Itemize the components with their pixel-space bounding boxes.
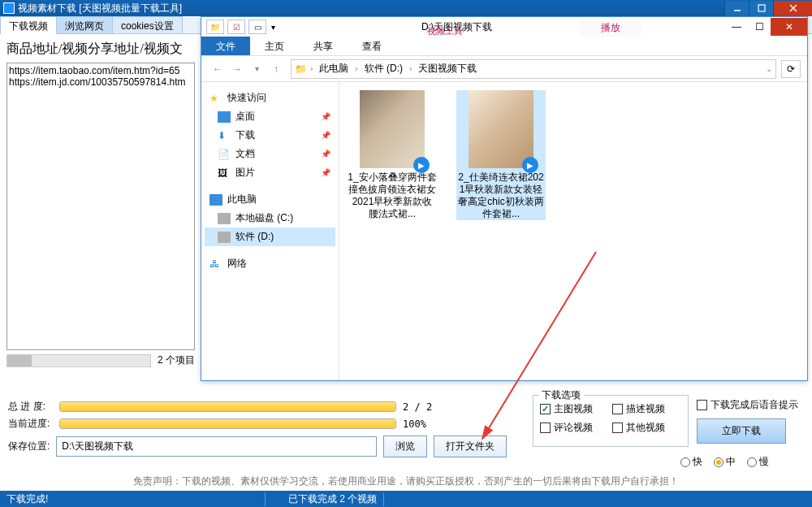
ribbon-play-context[interactable]: 播放 — [580, 20, 641, 37]
explorer-window: 📁 ☑ ▭ ▾ D:\天图视频下载 — ☐ ✕ 文件 主页 共享 查看 视频工具… — [201, 16, 808, 381]
browse-button[interactable]: 浏览 — [383, 436, 427, 457]
file-item[interactable]: ▶ 1_安小落叠穿两件套撞色披肩领连衣裙女2021早秋季新款收腰法式裙... — [348, 90, 437, 220]
file-item[interactable]: ▶ 2_仕美绮连衣裙2021早秋装新款女装轻奢高定chic初秋装两件套裙... — [456, 90, 546, 220]
qat-new-icon[interactable]: ▭ — [248, 20, 266, 34]
play-badge-icon: ▶ — [522, 157, 538, 173]
save-location-label: 保存位置: — [8, 440, 50, 453]
checkbox-voice-prompt[interactable]: 下载完成后语音提示 — [697, 398, 798, 412]
ribbon-tabs: 文件 主页 共享 查看 视频工具 — [201, 37, 807, 56]
crumb-pc[interactable]: 此电脑 — [316, 62, 352, 76]
checkbox-icon — [612, 422, 623, 433]
status-done: 下载完成! — [0, 492, 266, 506]
tab-download[interactable]: 下载视频 — [0, 16, 57, 34]
window-title: 视频素材下载 [天图视频批量下载工具] — [18, 2, 182, 15]
video-thumbnail: ▶ — [360, 90, 425, 168]
nav-forward-button[interactable]: → — [227, 59, 247, 79]
nav-quick-access[interactable]: ★快速访问 — [205, 89, 335, 107]
svg-rect-1 — [758, 5, 765, 11]
star-icon: ★ — [209, 93, 222, 104]
current-progress-label: 当前进度: — [8, 417, 53, 431]
nav-local-d[interactable]: 软件 (D:) — [205, 228, 335, 246]
refresh-button[interactable]: ⟳ — [781, 60, 801, 78]
speed-radios: 快 中 慢 — [680, 455, 769, 469]
save-location-input[interactable]: D:\天图视频下载 — [56, 436, 377, 457]
nav-desktop[interactable]: 桌面📌 — [205, 107, 335, 126]
disclaimer-text: 免责声明：下载的视频、素材仅供学习交流，若使用商业用途，请购买正版授权，否则产生… — [0, 474, 812, 488]
checkbox-other-video[interactable]: 其他视频 — [612, 421, 681, 435]
network-icon: 🖧 — [209, 258, 222, 270]
download-options-legend: 下载选项 — [538, 388, 584, 402]
checkbox-main-video[interactable]: 主图视频 — [540, 402, 609, 416]
video-thumbnail: ▶ — [469, 90, 533, 168]
checkbox-comment-video[interactable]: 评论视频 — [540, 421, 609, 435]
url-textarea[interactable]: https://item.taobao.com/item.htm?id=65 h… — [6, 63, 195, 350]
window-controls — [724, 1, 812, 16]
ribbon-file[interactable]: 文件 — [201, 37, 250, 55]
pin-icon: 📌 — [321, 112, 330, 121]
explorer-maximize-button[interactable]: ☐ — [748, 18, 771, 36]
qat-folder-icon[interactable]: 📁 — [206, 20, 224, 34]
url-line: https://item.taobao.com/item.htm?id=65 — [9, 65, 192, 76]
items-count: 2 个项目 — [158, 353, 195, 367]
maximize-button[interactable] — [749, 1, 773, 16]
status-downloaded: 已下载完成 2 个视频 — [282, 492, 384, 506]
file-name: 2_仕美绮连衣裙2021早秋装新款女装轻奢高定chic初秋装两件套裙... — [456, 171, 546, 220]
nav-documents[interactable]: 📄文档📌 — [205, 145, 335, 163]
checkbox-icon — [612, 404, 623, 414]
nav-back-button[interactable]: ← — [208, 59, 227, 79]
checkbox-icon — [540, 404, 551, 414]
crumb-drive[interactable]: 软件 (D:) — [361, 62, 406, 76]
chevron-down-icon[interactable]: ⌄ — [766, 64, 772, 73]
tab-browse[interactable]: 浏览网页 — [56, 16, 113, 33]
ribbon-home[interactable]: 主页 — [250, 37, 299, 55]
disk-icon — [218, 232, 231, 243]
crumb-folder[interactable]: 天图视频下载 — [415, 62, 480, 76]
explorer-close-button[interactable]: ✕ — [771, 18, 807, 36]
nav-network[interactable]: 🖧网络 — [205, 254, 335, 273]
app-icon — [3, 2, 15, 14]
minimize-button[interactable] — [724, 1, 749, 16]
checkbox-desc-video[interactable]: 描述视频 — [612, 402, 681, 416]
radio-icon — [747, 457, 757, 467]
status-bar: 下载完成! 已下载完成 2 个视频 — [0, 491, 812, 507]
total-progress-label: 总 进 度: — [8, 400, 53, 414]
radio-icon — [680, 457, 690, 467]
close-button[interactable] — [773, 1, 812, 16]
url-hscroll[interactable]: 2 个项目 — [6, 353, 195, 367]
download-now-button[interactable]: 立即下载 — [697, 418, 786, 444]
nav-this-pc[interactable]: 此电脑 — [205, 190, 335, 209]
total-progress-value: 2 / 2 — [403, 401, 432, 413]
nav-downloads[interactable]: ⬇下载📌 — [205, 126, 335, 145]
url-line: https://item.jd.com/10035750597814.htm — [9, 76, 192, 88]
file-name: 1_安小落叠穿两件套撞色披肩领连衣裙女2021早秋季新款收腰法式裙... — [348, 171, 437, 220]
nav-pictures[interactable]: 🖼图片📌 — [205, 163, 335, 182]
radio-medium[interactable]: 中 — [714, 455, 736, 469]
file-pane[interactable]: ▶ 1_安小落叠穿两件套撞色披肩领连衣裙女2021早秋季新款收腰法式裙... ▶… — [339, 82, 807, 380]
desktop-icon — [218, 111, 231, 123]
ribbon-share[interactable]: 共享 — [299, 37, 348, 55]
radio-fast[interactable]: 快 — [680, 455, 702, 469]
open-folder-button[interactable]: 打开文件夹 — [434, 436, 507, 457]
nav-up-button[interactable]: ↑ — [266, 59, 286, 79]
ribbon-context-label: 视频工具 — [412, 22, 477, 41]
pin-icon: 📌 — [321, 150, 330, 158]
nav-history-button[interactable]: ▾ — [247, 59, 266, 79]
document-icon: 📄 — [218, 149, 231, 160]
download-icon: ⬇ — [218, 130, 231, 141]
explorer-minimize-button[interactable]: — — [725, 18, 748, 36]
tab-cookies[interactable]: cookies设置 — [112, 16, 183, 33]
main-titlebar: 视频素材下载 [天图视频批量下载工具] — [0, 0, 812, 16]
disk-icon — [218, 213, 231, 224]
qat-check-icon[interactable]: ☑ — [227, 20, 245, 34]
address-bar[interactable]: 📁 › 此电脑 › 软件 (D:) › 天图视频下载 ⌄ — [291, 59, 776, 79]
pin-icon: 📌 — [321, 168, 330, 177]
checkbox-icon — [697, 400, 707, 410]
qat-dropdown-icon[interactable]: ▾ — [271, 23, 275, 32]
pin-icon: 📌 — [321, 131, 330, 140]
ribbon-view[interactable]: 查看 — [348, 37, 396, 55]
play-badge-icon: ▶ — [413, 157, 430, 173]
download-options-group: 下载选项 主图视频 描述视频 评论视频 其他视频 — [533, 395, 689, 447]
picture-icon: 🖼 — [218, 167, 231, 179]
radio-slow[interactable]: 慢 — [747, 455, 769, 469]
nav-local-c[interactable]: 本地磁盘 (C:) — [205, 209, 335, 228]
